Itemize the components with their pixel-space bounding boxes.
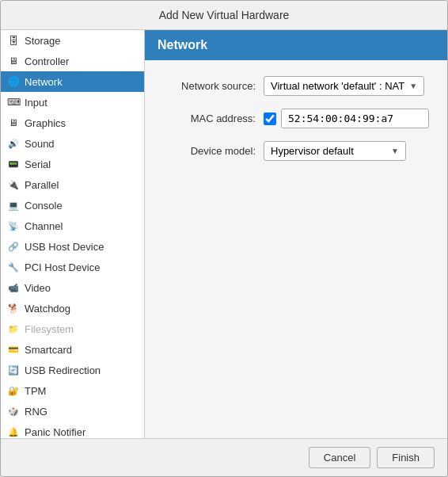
dialog-body: StorageControllerNetworkInputGraphicsSou…	[1, 30, 447, 438]
filesystem-icon	[7, 322, 20, 335]
sidebar-item-label-usb-host-device: USB Host Device	[25, 241, 104, 253]
finish-button[interactable]: Finish	[377, 447, 435, 468]
sidebar-item-label-storage: Storage	[25, 35, 61, 47]
sidebar-item-label-serial: Serial	[25, 158, 51, 170]
network-source-value: Virtual network 'default' : NAT	[271, 80, 404, 92]
sidebar: StorageControllerNetworkInputGraphicsSou…	[1, 30, 145, 438]
panic-icon	[7, 425, 20, 438]
device-model-dropdown[interactable]: Hypervisor default ▼	[264, 141, 406, 161]
mac-address-checkbox[interactable]	[264, 113, 276, 125]
sidebar-item-serial[interactable]: Serial	[1, 154, 144, 174]
content-header: Network	[145, 30, 447, 60]
sidebar-item-sound[interactable]: Sound	[1, 133, 144, 154]
mac-address-control	[264, 109, 431, 128]
sidebar-item-smartcard[interactable]: Smartcard	[1, 339, 144, 360]
sidebar-item-console[interactable]: Console	[1, 195, 144, 216]
watchdog-icon	[7, 302, 20, 315]
sidebar-item-watchdog[interactable]: Watchdog	[1, 298, 144, 319]
channel-icon	[7, 219, 20, 232]
sidebar-item-label-panic-notifier: Panic Notifier	[25, 426, 85, 438]
sidebar-item-panic-notifier[interactable]: Panic Notifier	[1, 422, 144, 438]
sidebar-item-label-smartcard: Smartcard	[25, 344, 72, 356]
sidebar-item-label-parallel: Parallel	[25, 179, 59, 191]
sidebar-item-label-graphics: Graphics	[25, 117, 66, 129]
content-body: Network source: Virtual network 'default…	[145, 60, 447, 438]
sidebar-item-label-video: Video	[25, 282, 51, 294]
sidebar-item-label-network: Network	[25, 76, 63, 88]
sidebar-item-usb-host-device[interactable]: USB Host Device	[1, 236, 144, 257]
pci-icon	[7, 261, 20, 273]
sidebar-item-label-console: Console	[25, 200, 63, 212]
usb-icon	[7, 240, 20, 253]
storage-icon	[7, 34, 20, 47]
sidebar-item-storage[interactable]: Storage	[1, 30, 144, 51]
sidebar-item-tpm[interactable]: TPM	[1, 380, 144, 401]
sidebar-item-pci-host-device[interactable]: PCI Host Device	[1, 257, 144, 277]
sidebar-item-label-usb-redirection: USB Redirection	[25, 364, 101, 376]
network-icon	[7, 75, 20, 88]
sidebar-item-label-filesystem: Filesystem	[25, 323, 74, 335]
controller-icon	[7, 55, 20, 67]
sidebar-item-label-rng: RNG	[25, 406, 47, 418]
sidebar-item-label-sound: Sound	[25, 138, 55, 150]
sidebar-item-label-input: Input	[25, 97, 47, 109]
console-icon	[7, 199, 20, 212]
sidebar-item-input[interactable]: Input	[1, 92, 144, 113]
sidebar-item-usb-redirection[interactable]: USB Redirection	[1, 360, 144, 380]
device-model-control: Hypervisor default ▼	[264, 141, 431, 161]
usbred-icon	[7, 364, 20, 376]
network-source-arrow-icon: ▼	[409, 82, 417, 90]
add-hardware-dialog: Add New Virtual Hardware StorageControll…	[0, 0, 448, 477]
sidebar-item-label-watchdog: Watchdog	[25, 303, 70, 315]
video-icon	[7, 281, 20, 294]
device-model-arrow-icon: ▼	[391, 147, 399, 155]
mac-address-label: MAC address:	[161, 113, 256, 124]
sound-icon	[7, 137, 20, 150]
dialog-title: Add New Virtual Hardware	[1, 1, 447, 30]
parallel-icon	[7, 178, 20, 191]
device-model-row: Device model: Hypervisor default ▼	[161, 141, 431, 161]
device-model-value: Hypervisor default	[271, 145, 354, 157]
sidebar-item-controller[interactable]: Controller	[1, 51, 144, 71]
sidebar-item-label-channel: Channel	[25, 220, 63, 232]
sidebar-item-label-controller: Controller	[25, 55, 69, 67]
network-source-dropdown[interactable]: Virtual network 'default' : NAT ▼	[264, 76, 424, 96]
sidebar-item-filesystem: Filesystem	[1, 319, 144, 339]
sidebar-item-graphics[interactable]: Graphics	[1, 113, 144, 133]
network-source-label: Network source:	[161, 80, 256, 92]
mac-address-row: MAC address:	[161, 109, 431, 128]
dialog-footer: Cancel Finish	[1, 438, 447, 476]
sidebar-item-parallel[interactable]: Parallel	[1, 174, 144, 195]
sidebar-item-network[interactable]: Network	[1, 71, 144, 92]
network-source-control: Virtual network 'default' : NAT ▼	[264, 76, 431, 96]
network-source-row: Network source: Virtual network 'default…	[161, 76, 431, 96]
rng-icon	[7, 405, 20, 418]
serial-icon	[7, 158, 20, 170]
sidebar-item-channel[interactable]: Channel	[1, 216, 144, 236]
device-model-label: Device model:	[161, 145, 256, 157]
sidebar-item-label-tpm: TPM	[25, 385, 46, 397]
sidebar-item-label-pci-host-device: PCI Host Device	[25, 261, 100, 273]
input-icon	[7, 96, 20, 109]
smartcard-icon	[7, 343, 20, 356]
sidebar-item-rng[interactable]: RNG	[1, 401, 144, 422]
tpm-icon	[7, 384, 20, 397]
sidebar-item-video[interactable]: Video	[1, 277, 144, 298]
mac-address-input[interactable]	[281, 109, 429, 128]
cancel-button[interactable]: Cancel	[309, 447, 370, 468]
content-area: Network Network source: Virtual network …	[145, 30, 447, 438]
graphics-icon	[7, 116, 20, 129]
